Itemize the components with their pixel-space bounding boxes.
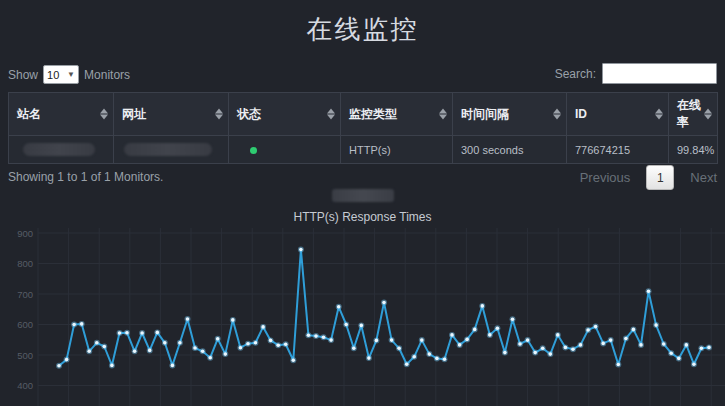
- next-button[interactable]: Next: [690, 170, 717, 185]
- column-header-id[interactable]: ID: [567, 93, 669, 136]
- table-header-row: 站名 网址 状态 监控类型 时间间隔 ID 在线率: [9, 93, 718, 136]
- search-input[interactable]: [602, 63, 717, 84]
- column-header-label: 监控类型: [349, 107, 397, 121]
- search-label: Search:: [555, 67, 596, 81]
- column-header-url[interactable]: 网址: [114, 93, 229, 136]
- redacted-chart-site-name: [332, 189, 394, 202]
- svg-text:700: 700: [17, 289, 33, 300]
- column-header-label: 在线率: [677, 98, 701, 129]
- sort-icon: [100, 109, 108, 120]
- page-title: 在线监控: [0, 12, 725, 47]
- sort-icon: [704, 109, 712, 120]
- table-controls: Show 10 ▼ Monitors Search:: [8, 63, 717, 87]
- search-control: Search:: [555, 63, 717, 84]
- chart-title: HTTP(s) Response Times: [0, 210, 725, 224]
- svg-text:800: 800: [17, 258, 33, 269]
- column-header-label: 状态: [237, 107, 261, 121]
- showing-info: Showing 1 to 1 of 1 Monitors.: [8, 170, 163, 184]
- page-1-button[interactable]: 1: [646, 165, 674, 190]
- monitors-table: 站名 网址 状态 监控类型 时间间隔 ID 在线率 HTTP(s) 300 se…: [8, 92, 718, 164]
- sort-icon: [327, 109, 335, 120]
- cell-status: [229, 136, 341, 164]
- show-entries-select[interactable]: 10 ▼: [43, 65, 79, 84]
- column-header-label: 时间间隔: [461, 107, 509, 121]
- column-header-site-name[interactable]: 站名: [9, 93, 114, 136]
- previous-button[interactable]: Previous: [580, 170, 631, 185]
- table-row: HTTP(s) 300 seconds 776674215 99.84%: [9, 136, 718, 164]
- svg-text:900: 900: [17, 228, 33, 239]
- column-header-uptime[interactable]: 在线率: [669, 93, 718, 136]
- show-label: Show: [8, 68, 38, 82]
- cell-uptime: 99.84%: [669, 136, 718, 164]
- svg-text:400: 400: [17, 380, 33, 391]
- chart-header: HTTP(s) Response Times: [0, 188, 725, 224]
- chevron-down-icon: ▼: [67, 70, 75, 79]
- cell-interval: 300 seconds: [453, 136, 567, 164]
- sort-icon: [655, 109, 663, 120]
- column-header-label: 站名: [17, 107, 41, 121]
- svg-text:500: 500: [17, 350, 33, 361]
- redacted-site-name: [23, 143, 95, 156]
- cell-site-name: [9, 136, 114, 164]
- sort-icon: [553, 109, 561, 120]
- cell-url: [114, 136, 229, 164]
- response-time-chart[interactable]: 400500600700800900: [0, 228, 725, 406]
- column-header-label: ID: [575, 107, 587, 121]
- column-header-label: 网址: [122, 107, 146, 121]
- column-header-interval[interactable]: 时间间隔: [453, 93, 567, 136]
- redacted-url: [124, 143, 212, 156]
- status-up-icon: [250, 147, 257, 154]
- cell-monitor-type: HTTP(s): [341, 136, 453, 164]
- monitors-label: Monitors: [84, 68, 130, 82]
- column-header-monitor-type[interactable]: 监控类型: [341, 93, 453, 136]
- show-entries-control: Show 10 ▼ Monitors: [8, 65, 130, 84]
- sort-icon: [215, 109, 223, 120]
- sort-icon: [439, 109, 447, 120]
- cell-id: 776674215: [567, 136, 669, 164]
- show-entries-value: 10: [47, 69, 59, 81]
- pagination: Previous 1 Next: [580, 164, 717, 191]
- svg-text:600: 600: [17, 319, 33, 330]
- column-header-status[interactable]: 状态: [229, 93, 341, 136]
- chart-canvas[interactable]: 400500600700800900: [0, 228, 725, 406]
